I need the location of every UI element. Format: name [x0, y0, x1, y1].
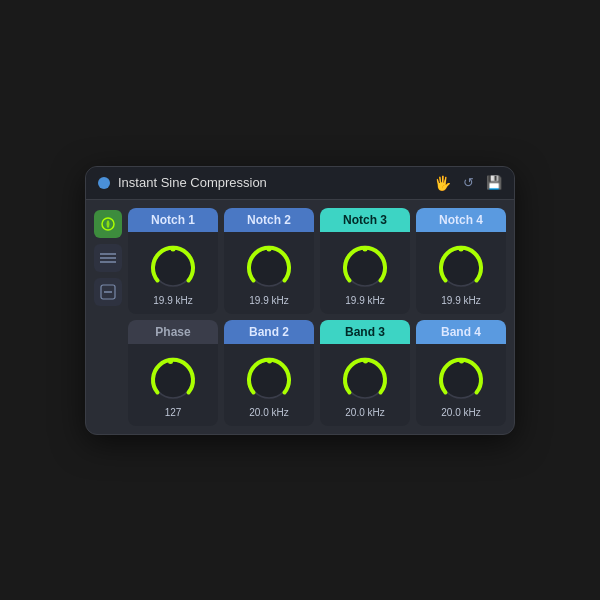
notch2-label[interactable]: Notch 2	[224, 208, 314, 232]
svg-point-9	[267, 246, 272, 251]
undo-icon[interactable]: ↺	[463, 175, 474, 190]
hand-icon[interactable]: 🖐	[434, 175, 451, 191]
notch4-cell: Notch 4 19.9 kHz	[416, 208, 506, 314]
svg-point-19	[363, 358, 368, 363]
band3-label[interactable]: Band 3	[320, 320, 410, 344]
notch2-cell: Notch 2 19.9 kHz	[224, 208, 314, 314]
band2-label[interactable]: Band 2	[224, 320, 314, 344]
band4-knob[interactable]	[435, 352, 487, 404]
sidebar-list-btn[interactable]	[94, 244, 122, 272]
band3-value: 20.0 kHz	[345, 407, 384, 418]
title-bar: Instant Sine Compression 🖐 ↺ 💾	[86, 167, 514, 200]
notch1-value: 19.9 kHz	[153, 295, 192, 306]
notch4-knob[interactable]	[435, 240, 487, 292]
band2-knob[interactable]	[243, 352, 295, 404]
svg-point-21	[459, 358, 464, 363]
notch3-body: 19.9 kHz	[320, 232, 410, 314]
plugin-window: Instant Sine Compression 🖐 ↺ 💾	[85, 166, 515, 435]
notch3-label[interactable]: Notch 3	[320, 208, 410, 232]
phase-knob[interactable]	[147, 352, 199, 404]
phase-value: 127	[165, 407, 182, 418]
svg-point-11	[363, 246, 368, 251]
svg-point-15	[168, 359, 173, 364]
sidebar	[94, 208, 122, 426]
band3-knob[interactable]	[339, 352, 391, 404]
plugin-title: Instant Sine Compression	[118, 175, 426, 190]
band3-cell: Band 3 20.0 kHz	[320, 320, 410, 426]
notch4-value: 19.9 kHz	[441, 295, 480, 306]
band2-body: 20.0 kHz	[224, 344, 314, 426]
phase-body: 127	[128, 344, 218, 426]
band4-cell: Band 4 20.0 kHz	[416, 320, 506, 426]
notch3-value: 19.9 kHz	[345, 295, 384, 306]
sidebar-minus-btn[interactable]	[94, 278, 122, 306]
main-grid: Notch 1 19.9 kHz Notch 2	[128, 208, 506, 426]
notch1-cell: Notch 1 19.9 kHz	[128, 208, 218, 314]
notch2-body: 19.9 kHz	[224, 232, 314, 314]
svg-point-7	[171, 246, 176, 251]
save-icon[interactable]: 💾	[486, 175, 502, 190]
notch3-cell: Notch 3 19.9 kHz	[320, 208, 410, 314]
svg-point-13	[459, 246, 464, 251]
phase-cell: Phase 127	[128, 320, 218, 426]
notch1-label[interactable]: Notch 1	[128, 208, 218, 232]
phase-label[interactable]: Phase	[128, 320, 218, 344]
title-dot	[98, 177, 110, 189]
notch4-label[interactable]: Notch 4	[416, 208, 506, 232]
notch2-knob[interactable]	[243, 240, 295, 292]
sidebar-power-btn[interactable]	[94, 210, 122, 238]
band2-cell: Band 2 20.0 kHz	[224, 320, 314, 426]
content-area: Notch 1 19.9 kHz Notch 2	[86, 200, 514, 434]
notch4-body: 19.9 kHz	[416, 232, 506, 314]
row-1: Notch 1 19.9 kHz Notch 2	[128, 208, 506, 314]
notch3-knob[interactable]	[339, 240, 391, 292]
notch2-value: 19.9 kHz	[249, 295, 288, 306]
band4-label[interactable]: Band 4	[416, 320, 506, 344]
band4-value: 20.0 kHz	[441, 407, 480, 418]
notch1-body: 19.9 kHz	[128, 232, 218, 314]
row-2: Phase 127 Band 2	[128, 320, 506, 426]
notch1-knob[interactable]	[147, 240, 199, 292]
band4-body: 20.0 kHz	[416, 344, 506, 426]
svg-point-17	[267, 358, 272, 363]
band3-body: 20.0 kHz	[320, 344, 410, 426]
band2-value: 20.0 kHz	[249, 407, 288, 418]
